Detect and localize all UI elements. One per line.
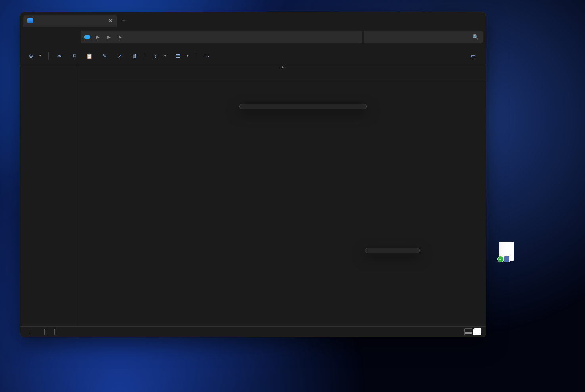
- sort-indicator-icon: ▲: [79, 65, 486, 69]
- cut-icon: ✂: [56, 53, 62, 59]
- onedrive-icon: [84, 35, 90, 39]
- breadcrumb-onedrive[interactable]: [84, 35, 92, 39]
- chevron-down-icon: ▾: [39, 54, 41, 58]
- maximize-button[interactable]: [453, 12, 469, 27]
- chevron-down-icon: ▾: [187, 54, 189, 58]
- copy-icon: ⧉: [71, 53, 77, 59]
- more-button[interactable]: ⋯: [200, 50, 213, 62]
- paste-icon: 📋: [86, 53, 92, 59]
- tab-strip: ✕ ＋: [20, 12, 486, 27]
- new-tab-button[interactable]: ＋: [117, 15, 129, 27]
- context-menu: [239, 104, 367, 109]
- sort-button[interactable]: ↕ ▾: [149, 50, 169, 62]
- sort-icon: ↕: [152, 53, 159, 59]
- rename-button[interactable]: ✎: [98, 50, 111, 62]
- minimize-button[interactable]: [436, 12, 453, 27]
- rename-icon: ✎: [101, 53, 107, 59]
- new-button[interactable]: ⊕ ▾: [24, 50, 44, 62]
- forward-button[interactable]: [38, 31, 50, 43]
- view-icon: ☰: [175, 53, 181, 59]
- back-button[interactable]: [23, 31, 36, 43]
- tab-desktop[interactable]: ✕: [23, 15, 117, 27]
- search-input[interactable]: [368, 34, 469, 40]
- refresh-button[interactable]: [66, 31, 79, 43]
- delete-button[interactable]: 🗑: [128, 50, 141, 62]
- sync-badge-icon: ✓: [497, 256, 504, 262]
- file-explorer-window: ✕ ＋ ▶ ▶ ▶: [20, 12, 486, 337]
- command-bar: ⊕ ▾ ✂ ⧉ 📋 ✎ ↗ 🗑 ↕ ▾ ☰ ▾ ⋯ ▭: [20, 47, 486, 65]
- navigation-bar: ▶ ▶ ▶ 🔍: [20, 27, 486, 47]
- share-button[interactable]: ↗: [113, 50, 126, 62]
- ellipsis-icon: ⋯: [203, 53, 210, 59]
- chevron-down-icon: ▾: [164, 54, 166, 58]
- search-box[interactable]: 🔍: [364, 31, 483, 43]
- column-headers: [79, 69, 486, 80]
- desktop-shortcut-test[interactable]: ✓: [492, 242, 521, 262]
- status-bar: [20, 326, 486, 337]
- tab-close-button[interactable]: ✕: [109, 18, 113, 24]
- delete-icon: 🗑: [131, 53, 138, 59]
- thumbnails-view-toggle[interactable]: [473, 328, 481, 335]
- share-icon: ↗: [116, 53, 123, 59]
- view-button[interactable]: ☰ ▾: [172, 50, 192, 62]
- copilot-submenu: [365, 248, 420, 253]
- plus-circle-icon: ⊕: [27, 53, 34, 59]
- paste-button[interactable]: 📋: [83, 50, 96, 62]
- cut-button[interactable]: ✂: [53, 50, 65, 62]
- text-badge-icon: [504, 256, 510, 262]
- breadcrumb[interactable]: ▶ ▶ ▶: [81, 31, 362, 43]
- chevron-right-icon[interactable]: ▶: [107, 35, 111, 39]
- chevron-right-icon[interactable]: ▶: [119, 35, 122, 39]
- close-window-button[interactable]: [469, 12, 486, 27]
- copy-button[interactable]: ⧉: [68, 50, 81, 62]
- details-view-toggle[interactable]: [464, 328, 472, 335]
- details-icon: ▭: [470, 53, 476, 59]
- navigation-pane: [20, 65, 79, 326]
- desktop-icon: [27, 18, 33, 23]
- chevron-right-icon[interactable]: ▶: [96, 35, 100, 39]
- details-pane-button[interactable]: ▭: [467, 50, 482, 62]
- up-button[interactable]: [52, 31, 65, 43]
- search-icon[interactable]: 🔍: [472, 34, 479, 40]
